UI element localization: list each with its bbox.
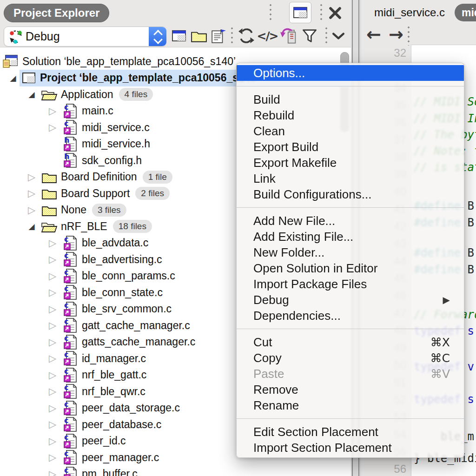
expand-triangle-icon[interactable]: ▷: [26, 205, 37, 216]
file-c-icon: c: [62, 400, 79, 416]
expand-triangle-icon[interactable]: ▷: [47, 353, 58, 364]
tree-item-label: midi_service.c: [82, 121, 150, 134]
menu-item-dependencies[interactable]: Dependencies...: [237, 308, 464, 324]
expand-triangle-icon[interactable]: ▷: [47, 436, 58, 447]
solution-icon: [2, 53, 19, 69]
tree-item-label: ble_srv_common.c: [82, 303, 172, 315]
tree-item-label: peer_manager.c: [82, 451, 159, 464]
separator: [320, 3, 322, 22]
properties-icon[interactable]: [209, 27, 228, 45]
context-menu: Options...BuildRebuildCleanExport BuildE…: [236, 63, 464, 458]
menu-separator: [237, 413, 464, 424]
menu-item-add-new-file[interactable]: Add New File...: [237, 213, 464, 229]
menu-item-copy[interactable]: Copy⌘C: [237, 350, 464, 366]
tree-item-label: nRF_BLE: [61, 220, 107, 233]
menu-item-label: Options...: [253, 66, 450, 80]
menu-item-import-package-files[interactable]: Import Package Files: [237, 276, 464, 292]
svg-text:c: c: [64, 334, 68, 343]
menu-item-label: Dependencies...: [253, 309, 450, 323]
svg-text:c: c: [64, 103, 68, 112]
menu-item-paste: Paste⌘V: [237, 366, 464, 382]
menu-item-debug[interactable]: Debug▶: [237, 292, 464, 308]
collapse-triangle-icon[interactable]: ◢: [7, 73, 19, 83]
menu-separator: [237, 324, 464, 334]
expand-triangle-icon[interactable]: ▷: [47, 122, 58, 133]
filter-icon[interactable]: [300, 27, 319, 45]
expand-triangle-icon[interactable]: ▷: [47, 254, 58, 265]
expand-triangle-icon[interactable]: ▷: [47, 419, 58, 430]
menu-item-new-folder[interactable]: New Folder...: [237, 245, 464, 260]
expand-triangle-icon[interactable]: ▷: [26, 172, 37, 183]
file-h-icon: h: [62, 136, 79, 152]
menu-item-rebuild[interactable]: Rebuild: [237, 107, 464, 123]
expand-triangle-icon[interactable]: ▷: [47, 271, 58, 282]
menu-item-label: Rename: [253, 398, 450, 413]
expand-triangle-icon[interactable]: ▷: [47, 403, 58, 414]
chevron-down-icon[interactable]: [330, 31, 347, 42]
expand-triangle-icon[interactable]: ▷: [47, 452, 58, 463]
collapse-triangle-icon[interactable]: ◢: [26, 90, 37, 99]
import-icon[interactable]: [279, 26, 299, 46]
combo-stepper[interactable]: [149, 27, 166, 46]
menu-item-open-solution-in-editor[interactable]: Open Solution in Editor: [237, 260, 464, 276]
file-c-icon: c: [62, 317, 79, 333]
expand-triangle-icon[interactable]: ▷: [47, 106, 58, 117]
expand-triangle-icon[interactable]: ▷: [47, 370, 58, 381]
menu-item-label: Edit Section Placement: [253, 425, 450, 439]
close-icon[interactable]: [326, 4, 344, 22]
tree-item-label: id_manager.c: [82, 352, 146, 365]
menu-item-remove[interactable]: Remove: [237, 382, 464, 397]
expand-triangle-icon[interactable]: ▷: [47, 320, 58, 331]
panel-toggle-window-icon[interactable]: [289, 2, 311, 23]
menu-item-build-configurations[interactable]: Build Configurations...: [237, 186, 464, 202]
folder-open-icon: [41, 218, 58, 234]
file-c-icon: c: [62, 301, 79, 317]
expand-triangle-icon[interactable]: ▷: [47, 337, 58, 348]
collapse-triangle-icon[interactable]: ◢: [26, 222, 37, 231]
file-c-icon: c: [62, 433, 79, 449]
menu-item-label: Cut: [253, 335, 430, 350]
expand-triangle-icon[interactable]: ▷: [47, 287, 58, 298]
menu-item-label: Export Build: [253, 140, 450, 154]
tree-item-label: ble_conn_params.c: [82, 270, 175, 282]
tree-item-label: peer_data_storage.c: [82, 402, 180, 414]
menu-item-add-existing-file[interactable]: Add Existing File...: [237, 229, 464, 245]
expand-triangle-icon[interactable]: ▷: [47, 386, 58, 397]
menu-item-link[interactable]: Link: [237, 171, 464, 186]
menu-item-label: Copy: [253, 351, 430, 365]
menu-item-export-makefile[interactable]: Export Makefile: [237, 155, 464, 171]
menu-item-build[interactable]: Build: [237, 92, 464, 107]
tree-item-label: ble_advdata.c: [82, 237, 148, 249]
expand-triangle-icon[interactable]: ▷: [47, 238, 58, 249]
menu-item-import-section-placement[interactable]: Import Section Placement: [237, 440, 464, 456]
expand-triangle-icon[interactable]: ▷: [47, 469, 58, 476]
separator: [408, 25, 410, 46]
file-h-icon: h: [62, 152, 79, 168]
menu-item-label: Open Solution in Editor: [253, 261, 450, 276]
svg-text:h: h: [64, 152, 69, 161]
window-icon[interactable]: [170, 28, 188, 44]
svg-text:c: c: [64, 400, 68, 409]
file-c-icon: c: [62, 367, 79, 383]
svg-text:c: c: [64, 466, 68, 475]
tree-item-label: Board Definition: [61, 171, 137, 183]
svg-text:c: c: [64, 268, 68, 277]
menu-item-edit-section-placement[interactable]: Edit Section Placement: [237, 424, 464, 440]
expand-triangle-icon[interactable]: ▷: [47, 304, 58, 315]
file-c-icon: c: [62, 334, 79, 350]
menu-item-label: Remove: [253, 383, 450, 397]
build-configuration-select[interactable]: Debug: [4, 26, 166, 46]
menu-item-clean[interactable]: Clean: [237, 123, 464, 139]
tree-item-label: gatts_cache_manager.c: [82, 336, 195, 348]
tree-item-pm-buffer-c[interactable]: ▷cpm_buffer.c: [0, 466, 351, 476]
menu-item-rename[interactable]: Rename: [237, 397, 464, 413]
menu-item-options[interactable]: Options...: [237, 65, 464, 81]
refresh-icon[interactable]: [237, 27, 256, 45]
code-icon[interactable]: </>: [257, 28, 278, 44]
folder-icon[interactable]: [190, 28, 208, 44]
menu-item-export-build[interactable]: Export Build: [237, 139, 464, 155]
expand-triangle-icon[interactable]: ▷: [26, 188, 37, 199]
menu-item-cut[interactable]: Cut⌘X: [237, 334, 464, 350]
svg-text:c: c: [64, 450, 68, 458]
line-number: 32: [361, 46, 406, 60]
